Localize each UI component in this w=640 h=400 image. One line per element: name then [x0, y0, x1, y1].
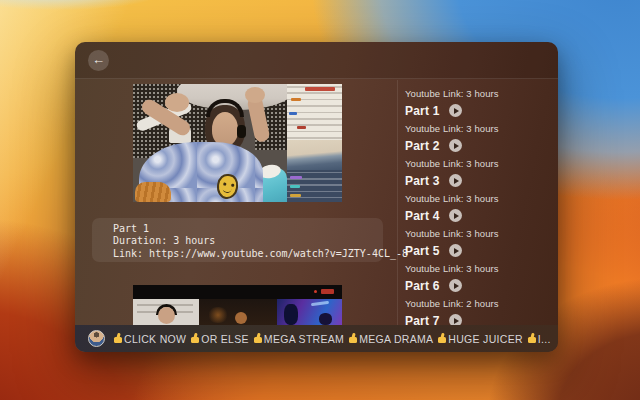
chat-messages-bottom: [287, 170, 342, 202]
sidebar-entry: Youtube Link: 3 hours Part 5: [405, 228, 558, 258]
chat-messages-top: [287, 84, 342, 140]
sidebar-entry-part: Part 4: [405, 209, 440, 223]
sidebar-entry: Youtube Link: 3 hours Part 1: [405, 88, 558, 118]
streamer-webcam-scene: [133, 84, 287, 202]
sidebar-entry: Youtube Link: 2 hours Part 7: [405, 298, 558, 325]
thumbs-up-icon: [346, 333, 357, 344]
play-icon[interactable]: [449, 244, 462, 257]
decor-chat-chip: [305, 87, 335, 91]
record-dot-icon: [314, 290, 317, 293]
decor-chat-chip: [297, 126, 306, 129]
play-icon[interactable]: [449, 104, 462, 117]
decor-warm-glow: [207, 307, 229, 323]
video-info-duration: Duration: 3 hours: [113, 235, 373, 247]
decor-hand-right: [245, 87, 265, 103]
sidebar-entry: Youtube Link: 3 hours Part 2: [405, 123, 558, 153]
sidebar-entry-part-row[interactable]: Part 3: [405, 173, 558, 188]
video-thumbnail-part2[interactable]: [133, 285, 342, 325]
decor-figure-silhouette: [319, 313, 332, 325]
decor-figure-silhouette: [284, 304, 298, 325]
play-icon[interactable]: [449, 174, 462, 187]
sidebar-entry-label: Youtube Link: 3 hours: [405, 263, 558, 274]
stream-title-segment: MEGA STREAM: [264, 333, 344, 345]
decor-light-streak: [311, 301, 329, 306]
sidebar-entry-part: Part 7: [405, 314, 440, 326]
live-badge: [321, 289, 334, 294]
video-info-panel: Part 1 Duration: 3 hours Link: https://w…: [92, 218, 383, 262]
back-button[interactable]: ←: [88, 50, 109, 71]
sidebar-entry-part-row[interactable]: Part 6: [405, 278, 558, 293]
stream-title-segment: HUGE JUICER: [448, 333, 522, 345]
stream-title: CLICK NOWOR ELSEMEGA STREAMMEGA DRAMAHUG…: [110, 333, 552, 345]
video-info-link: Link: https://www.youtube.com/watch?v=JZ…: [113, 248, 373, 260]
decor-cat: [135, 182, 171, 202]
sidebar-entry: Youtube Link: 3 hours Part 6: [405, 263, 558, 293]
decor-streamer-face: [212, 112, 238, 146]
decor-chat-chip: [290, 185, 300, 188]
thumbs-up-icon: [188, 333, 199, 344]
sidebar-entry: Youtube Link: 3 hours Part 4: [405, 193, 558, 223]
app-window: ←: [75, 42, 558, 352]
sidebar-entry-part: Part 3: [405, 174, 440, 188]
video-thumbnail-part1[interactable]: [133, 84, 342, 202]
sidebar-list: Youtube Link: 3 hours Part 1 Youtube Lin…: [405, 88, 558, 325]
thumbs-up-icon: [251, 333, 262, 344]
sidebar-entry-label: Youtube Link: 3 hours: [405, 88, 558, 99]
sidebar-entry-label: Youtube Link: 3 hours: [405, 193, 558, 204]
play-icon[interactable]: [449, 209, 462, 222]
decor-chat-chip: [290, 194, 301, 197]
video-info-part: Part 1: [113, 223, 373, 235]
sidebar-entry-part-row[interactable]: Part 1: [405, 103, 558, 118]
sidebar-entry-part-row[interactable]: Part 7: [405, 313, 558, 325]
play-icon[interactable]: [449, 139, 462, 152]
play-icon[interactable]: [449, 279, 462, 292]
streamer-avatar: [88, 330, 105, 347]
sidebar-entry-label: Youtube Link: 3 hours: [405, 123, 558, 134]
chat-stream-preview: [287, 140, 342, 170]
sidebar-entry-part-row[interactable]: Part 2: [405, 138, 558, 153]
chat-overlay: [287, 84, 342, 202]
sidebar-entry-label: Youtube Link: 3 hours: [405, 158, 558, 169]
thumbs-up-icon: [435, 333, 446, 344]
back-arrow-icon: ←: [92, 52, 105, 67]
sidebar-entry-label: Youtube Link: 3 hours: [405, 228, 558, 239]
sidebar-entry-part: Part 1: [405, 104, 440, 118]
sidebar-entry: Youtube Link: 3 hours Part 3: [405, 158, 558, 188]
thumbs-up-icon: [525, 333, 536, 344]
play-icon[interactable]: [449, 314, 462, 325]
decor-thumb2-topbar: [133, 285, 342, 299]
stream-title-bar: CLICK NOWOR ELSEMEGA STREAMMEGA DRAMAHUG…: [75, 325, 558, 352]
sidebar-entry-label: Youtube Link: 2 hours: [405, 298, 558, 309]
stream-title-segment: MEGA DRAMA: [359, 333, 433, 345]
decor-chat-chip: [291, 98, 301, 101]
decor-hand-left: [165, 93, 189, 112]
stream-title-segment: I...: [538, 333, 551, 345]
sidebar-entry-part: Part 5: [405, 244, 440, 258]
window-header: [75, 42, 558, 79]
decor-thumb2-panel-right: [277, 299, 342, 325]
decor-headphone-earcup: [237, 125, 246, 138]
stream-title-segment: CLICK NOW: [124, 333, 186, 345]
stream-title-segment: OR ELSE: [201, 333, 249, 345]
decor-chat-chip: [290, 176, 302, 179]
sidebar-entry-part-row[interactable]: Part 4: [405, 208, 558, 223]
sidebar-entry-part: Part 6: [405, 279, 440, 293]
sidebar-entry-part: Part 2: [405, 139, 440, 153]
thumbs-up-icon: [111, 333, 122, 344]
sidebar-entry-part-row[interactable]: Part 5: [405, 243, 558, 258]
parts-sidebar: Youtube Link: 3 hours Part 1 Youtube Lin…: [398, 80, 558, 325]
decor-chat-chip: [289, 112, 297, 115]
decor-person-head: [158, 307, 175, 324]
decor-thumb2-panel-middle: [199, 299, 277, 325]
decor-thumb2-panel-left: [133, 299, 199, 325]
decor-person-face: [235, 312, 247, 324]
